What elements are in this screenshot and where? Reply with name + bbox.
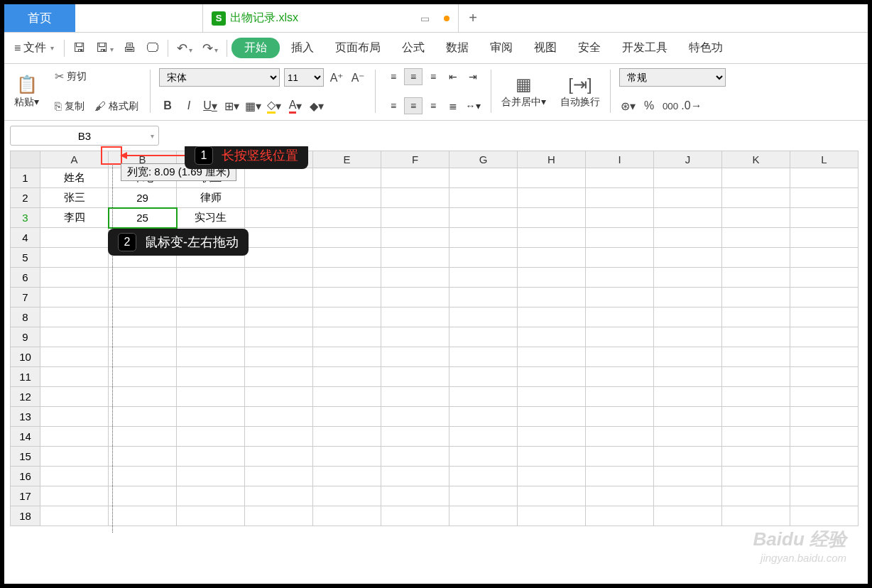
cell-J18[interactable] xyxy=(654,506,722,526)
cell-E1[interactable] xyxy=(313,168,381,188)
row-header[interactable]: 4 xyxy=(11,228,40,248)
cell-I2[interactable] xyxy=(586,188,654,208)
cell-A16[interactable] xyxy=(40,467,109,486)
font-name-select[interactable]: 宋体 xyxy=(159,68,280,87)
cell-L2[interactable] xyxy=(790,188,859,208)
cell-D10[interactable] xyxy=(245,347,313,367)
row-header[interactable]: 15 xyxy=(11,447,40,467)
cell-A5[interactable] xyxy=(40,248,109,268)
cell-A13[interactable] xyxy=(40,407,109,427)
cell-C11[interactable] xyxy=(177,367,245,387)
cell-D7[interactable] xyxy=(245,288,313,307)
format-painter-button[interactable]: 🖌格式刷 xyxy=(92,99,141,114)
cell-I5[interactable] xyxy=(586,248,654,268)
cell-D14[interactable] xyxy=(245,427,313,447)
cell-I6[interactable] xyxy=(586,268,654,288)
cell-J11[interactable] xyxy=(654,367,722,387)
cell-F10[interactable] xyxy=(381,347,449,367)
cell-E6[interactable] xyxy=(313,268,381,288)
wrap-text-button[interactable]: [⇥] 自动换行 xyxy=(555,67,606,116)
cell-B18[interactable] xyxy=(109,506,177,526)
cell-A2[interactable]: 张三 xyxy=(40,188,109,208)
cell-A12[interactable] xyxy=(40,387,109,407)
cell-I15[interactable] xyxy=(586,447,654,467)
cell-H9[interactable] xyxy=(518,327,586,347)
cell-L13[interactable] xyxy=(790,407,859,427)
tab-document[interactable]: S 出物记录.xlsx ▭ xyxy=(203,4,459,32)
cell-K5[interactable] xyxy=(722,248,790,268)
indent-increase-icon[interactable]: ⇥ xyxy=(464,68,482,85)
cell-B2[interactable]: 29 xyxy=(109,188,177,208)
cell-J13[interactable] xyxy=(654,407,722,427)
cell-J3[interactable] xyxy=(654,208,722,228)
row-header[interactable]: 3 xyxy=(11,208,40,228)
cell-B16[interactable] xyxy=(109,467,177,486)
cell-G4[interactable] xyxy=(449,228,518,248)
cell-G10[interactable] xyxy=(449,347,518,367)
col-header-L[interactable]: L xyxy=(790,151,859,168)
cell-L10[interactable] xyxy=(790,347,859,367)
cell-J10[interactable] xyxy=(654,347,722,367)
chevron-down-icon[interactable]: ▾ xyxy=(151,132,154,140)
cell-I12[interactable] xyxy=(586,387,654,407)
cell-I8[interactable] xyxy=(586,307,654,327)
cell-B8[interactable] xyxy=(109,307,177,327)
cell-J16[interactable] xyxy=(654,467,722,486)
row-header[interactable]: 11 xyxy=(11,367,40,387)
cell-H18[interactable] xyxy=(518,506,586,526)
ribbon-tab-insert[interactable]: 插入 xyxy=(281,38,324,58)
cell-K3[interactable] xyxy=(722,208,790,228)
select-all-corner[interactable] xyxy=(11,151,40,168)
cell-style-button[interactable]: ▦▾ xyxy=(244,97,261,114)
cell-G17[interactable] xyxy=(449,486,518,506)
cell-J7[interactable] xyxy=(654,288,722,307)
cell-A11[interactable] xyxy=(40,367,109,387)
cell-K7[interactable] xyxy=(722,288,790,307)
row-header[interactable]: 12 xyxy=(11,387,40,407)
cell-G9[interactable] xyxy=(449,327,518,347)
cell-J5[interactable] xyxy=(654,248,722,268)
cell-E5[interactable] xyxy=(313,248,381,268)
save-as-icon[interactable]: 🖫▾ xyxy=(92,38,118,58)
cell-H12[interactable] xyxy=(518,387,586,407)
cell-L8[interactable] xyxy=(790,307,859,327)
cell-J14[interactable] xyxy=(654,427,722,447)
print-preview-icon[interactable]: 🖵 xyxy=(142,38,163,58)
cell-B15[interactable] xyxy=(109,447,177,467)
copy-button[interactable]: ⎘复制 xyxy=(52,99,87,114)
cell-I4[interactable] xyxy=(586,228,654,248)
undo-icon[interactable]: ↶▾ xyxy=(173,38,197,59)
cell-K9[interactable] xyxy=(722,327,790,347)
tab-blank[interactable] xyxy=(75,4,203,32)
cell-H17[interactable] xyxy=(518,486,586,506)
cell-D12[interactable] xyxy=(245,387,313,407)
cell-K16[interactable] xyxy=(722,467,790,486)
ribbon-tab-special[interactable]: 特色功 xyxy=(679,38,733,58)
col-header-A[interactable]: A xyxy=(40,151,109,168)
cell-H5[interactable] xyxy=(518,248,586,268)
save-icon[interactable]: 🖫 xyxy=(69,38,90,58)
cell-D2[interactable] xyxy=(245,188,313,208)
cell-G12[interactable] xyxy=(449,387,518,407)
increase-font-icon[interactable]: A⁺ xyxy=(328,69,345,86)
cell-E12[interactable] xyxy=(313,387,381,407)
cell-H10[interactable] xyxy=(518,347,586,367)
cell-L6[interactable] xyxy=(790,268,859,288)
cell-G18[interactable] xyxy=(449,506,518,526)
cell-A15[interactable] xyxy=(40,447,109,467)
cell-A1[interactable]: 姓名 xyxy=(40,168,109,188)
cell-H4[interactable] xyxy=(518,228,586,248)
cell-L15[interactable] xyxy=(790,447,859,467)
align-right-icon[interactable]: ≡ xyxy=(424,97,442,114)
cell-C6[interactable] xyxy=(177,268,245,288)
cell-H8[interactable] xyxy=(518,307,586,327)
cell-L7[interactable] xyxy=(790,288,859,307)
cell-J9[interactable] xyxy=(654,327,722,347)
row-header[interactable]: 1 xyxy=(11,168,40,188)
cell-D3[interactable] xyxy=(245,208,313,228)
cell-E16[interactable] xyxy=(313,467,381,486)
cell-E4[interactable] xyxy=(313,228,381,248)
cell-H15[interactable] xyxy=(518,447,586,467)
cell-I16[interactable] xyxy=(586,467,654,486)
bold-button[interactable]: B xyxy=(159,97,176,114)
